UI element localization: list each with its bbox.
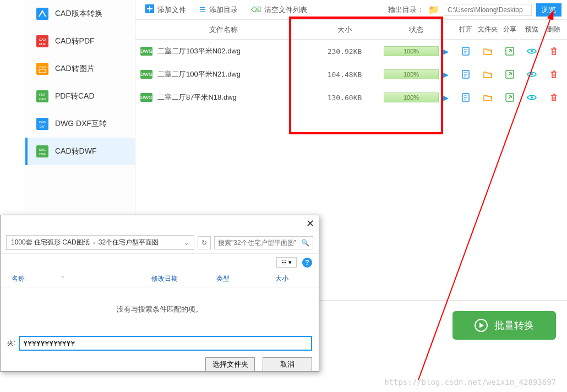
svg-point-22 bbox=[531, 73, 533, 75]
folder-dialog: ✕ 1000套 住宅弧形 CAD图纸 › 32个住宅户型平面图 ⌄ ↻ 🔍 ☷ … bbox=[0, 215, 319, 372]
cancel-button[interactable]: 取消 bbox=[263, 357, 312, 372]
dwg-badge-icon: DWG bbox=[140, 47, 152, 56]
dwg-dxf-icon: DWGDXF bbox=[36, 118, 48, 130]
play-circle-icon bbox=[475, 319, 488, 332]
file-status: 100% ▶ bbox=[378, 46, 455, 56]
folder-path-input[interactable] bbox=[19, 336, 312, 351]
search-icon: 🔍 bbox=[301, 239, 309, 247]
sidebar-item-cad-dwf[interactable]: DWGDWF CAD转DWF bbox=[25, 138, 135, 165]
folder-button[interactable] bbox=[477, 69, 499, 79]
col-name-header[interactable]: 名称 ˄ bbox=[12, 274, 151, 284]
svg-text:PDF: PDF bbox=[39, 42, 46, 46]
close-button[interactable]: ✕ bbox=[306, 217, 314, 230]
cad-pdf-icon: CADPDF bbox=[36, 35, 48, 47]
open-button[interactable] bbox=[455, 92, 477, 102]
add-dir-button[interactable]: ☰ 添加目录 bbox=[195, 3, 242, 17]
batch-label: 批量转换 bbox=[494, 319, 534, 332]
add-file-label: 添加文件 bbox=[157, 5, 186, 15]
play-icon[interactable]: ▶ bbox=[443, 70, 449, 79]
svg-text:CAD: CAD bbox=[39, 38, 46, 41]
folder-button[interactable] bbox=[477, 46, 499, 56]
select-folder-button[interactable]: 选择文件夹 bbox=[205, 357, 255, 372]
dialog-footer: 夹: 选择文件夹 取消 bbox=[1, 331, 319, 376]
open-button[interactable] bbox=[455, 46, 477, 56]
sidebar-item-dwg-dxf[interactable]: DWGDXF DWG DXF互转 bbox=[25, 110, 135, 138]
share-button[interactable] bbox=[499, 69, 521, 79]
open-button[interactable] bbox=[455, 69, 477, 79]
refresh-button[interactable]: ↻ bbox=[198, 236, 211, 249]
sidebar-item-pdf-cad[interactable]: PDFCAD PDF转CAD bbox=[25, 83, 135, 110]
sidebar-label: CAD转DWF bbox=[55, 146, 96, 156]
sidebar-item-cad-version[interactable]: CAD版本转换 bbox=[25, 0, 135, 28]
share-button[interactable] bbox=[499, 46, 521, 56]
toolbar: 添加文件 ☰ 添加目录 ⌫ 清空文件列表 输出目录： 📁 浏览 bbox=[135, 0, 567, 20]
dwg-badge-icon: DWG bbox=[140, 93, 152, 102]
view-mode-button[interactable]: ☷ ▾ bbox=[276, 257, 297, 268]
cad-dwf-icon: DWGDWF bbox=[36, 145, 48, 157]
svg-text:DWF: DWF bbox=[39, 153, 45, 156]
sidebar-label: CAD版本转换 bbox=[55, 9, 102, 19]
col-name: 文件名称 bbox=[135, 25, 312, 35]
progress-bar: 100% bbox=[384, 69, 439, 79]
sidebar-item-cad-image[interactable]: CAD CAD转图片 bbox=[25, 55, 135, 83]
clear-icon: ⌫ bbox=[251, 6, 261, 14]
file-size: 130.60KB bbox=[312, 94, 378, 102]
folder-button[interactable] bbox=[477, 92, 499, 102]
dwg-badge-icon: DWG bbox=[140, 70, 152, 79]
preview-button[interactable] bbox=[521, 46, 543, 56]
delete-button[interactable] bbox=[543, 46, 565, 56]
search-box[interactable]: 🔍 bbox=[214, 236, 313, 249]
svg-text:DWG: DWG bbox=[39, 148, 46, 151]
help-button[interactable]: ? bbox=[302, 258, 312, 268]
table-header: 文件名称 大小 状态 打开 文件夹 分享 预览 删除 bbox=[135, 20, 567, 40]
file-name: 二室二厅87平米N18.dwg bbox=[157, 92, 312, 102]
add-dir-label: 添加目录 bbox=[209, 5, 238, 15]
col-preview: 预览 bbox=[521, 25, 543, 34]
preview-button[interactable] bbox=[521, 92, 543, 102]
col-share: 分享 bbox=[499, 25, 521, 34]
cad-version-icon bbox=[36, 8, 48, 20]
file-name: 二室二厅103平米N02.dwg bbox=[157, 46, 312, 56]
pdf-cad-icon: PDFCAD bbox=[36, 90, 48, 102]
play-icon[interactable]: ▶ bbox=[443, 94, 449, 102]
preview-button[interactable] bbox=[521, 69, 543, 79]
svg-text:CAD: CAD bbox=[39, 97, 46, 101]
col-type-header[interactable]: 类型 bbox=[216, 274, 276, 284]
col-date-header[interactable]: 修改日期 bbox=[151, 274, 216, 284]
breadcrumb-part: 32个住宅户型平面图 bbox=[99, 238, 159, 247]
play-icon[interactable]: ▶ bbox=[443, 47, 449, 56]
output-path-input[interactable] bbox=[444, 4, 532, 16]
svg-rect-0 bbox=[36, 8, 48, 20]
delete-button[interactable] bbox=[543, 92, 565, 102]
share-button[interactable] bbox=[499, 92, 521, 102]
browse-button[interactable]: 浏览 bbox=[536, 3, 561, 17]
delete-button[interactable] bbox=[543, 69, 565, 79]
list-icon: ☰ bbox=[199, 6, 206, 14]
svg-text:DXF: DXF bbox=[40, 125, 45, 128]
col-delete: 删除 bbox=[543, 25, 565, 34]
empty-message: 没有与搜索条件匹配的项。 bbox=[1, 287, 319, 331]
cad-image-icon: CAD bbox=[36, 63, 48, 75]
chevron-icon: › bbox=[93, 239, 95, 247]
search-input[interactable] bbox=[218, 239, 301, 247]
breadcrumb-part: 1000套 住宅弧形 CAD图纸 bbox=[11, 238, 90, 247]
batch-convert-button[interactable]: 批量转换 bbox=[452, 311, 556, 340]
breadcrumb[interactable]: 1000套 住宅弧形 CAD图纸 › 32个住宅户型平面图 ⌄ bbox=[6, 235, 194, 250]
svg-text:PDF: PDF bbox=[39, 93, 46, 96]
progress-bar: 100% bbox=[384, 46, 439, 56]
sidebar-item-cad-pdf[interactable]: CADPDF CAD转PDF bbox=[25, 28, 135, 55]
sidebar-label: PDF转CAD bbox=[55, 91, 95, 101]
col-open: 打开 bbox=[455, 25, 477, 34]
watermark: https://blog.csdn.net/weixin_42893697 bbox=[384, 378, 556, 386]
svg-rect-4 bbox=[36, 63, 48, 75]
col-size-header[interactable]: 大小 bbox=[275, 274, 308, 284]
clear-list-button[interactable]: ⌫ 清空文件列表 bbox=[247, 3, 312, 17]
sort-icon: ˄ bbox=[61, 275, 64, 283]
output-label: 输出目录： bbox=[388, 5, 424, 15]
add-file-button[interactable]: 添加文件 bbox=[141, 2, 190, 17]
folder-icon[interactable]: 📁 bbox=[428, 4, 439, 15]
file-status: 100% ▶ bbox=[378, 69, 455, 79]
dialog-columns: 名称 ˄ 修改日期 类型 大小 bbox=[1, 271, 319, 287]
progress-bar: 100% bbox=[384, 92, 439, 102]
sidebar-label: DWG DXF互转 bbox=[55, 119, 107, 129]
